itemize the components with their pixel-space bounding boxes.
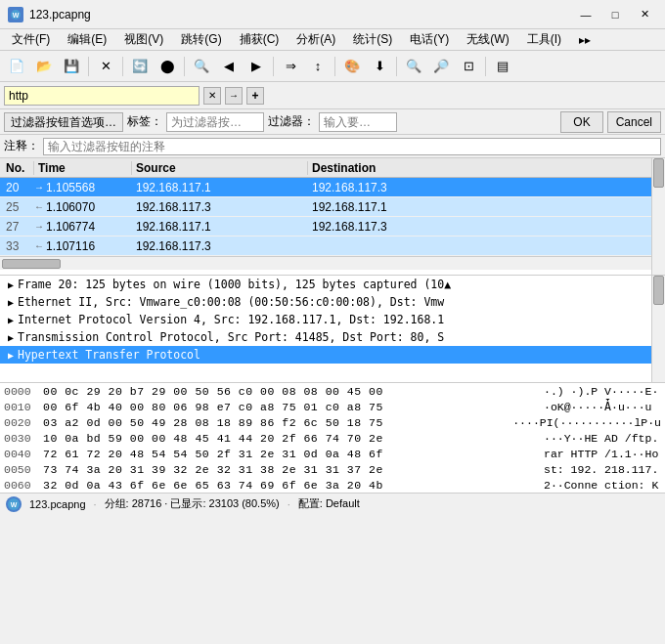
detail-row-ip[interactable]: ▶ Internet Protocol Version 4, Src: 192.… <box>0 311 665 328</box>
packet-list: No. Time Source Destination 20 → 1.10556… <box>0 158 665 276</box>
note-row: 注释： <box>0 135 665 158</box>
packet-row[interactable]: 33 ← 1.107116 192.168.117.3 <box>0 236 665 256</box>
hex-ascii: 2··Conne ction: K <box>544 479 661 492</box>
packet-row[interactable]: 25 ← 1.106070 192.168.117.3 192.168.117.… <box>0 197 665 217</box>
expand-icon: ▶ <box>4 332 18 343</box>
hex-offset: 0020 <box>4 416 43 429</box>
app-icon: W <box>8 7 23 22</box>
minimize-button[interactable]: — <box>573 4 598 25</box>
filter-plus-button[interactable]: + <box>246 87 264 105</box>
toolbar-find[interactable]: 🔍 <box>189 55 214 78</box>
toolbar-zoom-reset[interactable]: ⊡ <box>456 55 481 78</box>
expand-icon: ▶ <box>4 315 18 325</box>
status-divider: · <box>94 498 97 510</box>
filter-clear-button[interactable]: ✕ <box>203 87 221 105</box>
toolbar-forward[interactable]: ▶ <box>244 55 269 78</box>
detail-panel: ▶ Frame 20: 125 bytes on wire (1000 bits… <box>0 276 665 383</box>
hex-row: 0050 73 74 3a 20 31 39 32 2e 32 31 38 2e… <box>0 461 665 477</box>
toolbar-reload[interactable]: 🔄 <box>127 55 153 78</box>
col-header-time: Time <box>34 161 132 175</box>
hex-offset: 0040 <box>4 448 43 460</box>
menu-capture[interactable]: 捕获(C) <box>232 29 288 50</box>
packet-time: 1.105568 <box>44 181 132 194</box>
packet-row[interactable]: 27 → 1.106774 192.168.117.1 192.168.117.… <box>0 217 665 236</box>
toolbar-zoom-in[interactable]: 🔍 <box>401 55 426 78</box>
status-config: 配置: Default <box>298 496 360 511</box>
detail-scrollbar-thumb <box>653 276 664 305</box>
filter-tag-input[interactable] <box>166 112 264 132</box>
toolbar: 📄 📂 💾 ✕ 🔄 ⬤ 🔍 ◀ ▶ ⇒ ↕ 🎨 ⬇ 🔍 🔎 ⊡ ▤ <box>0 51 665 82</box>
menu-telephone[interactable]: 电话(Y) <box>402 29 457 50</box>
packet-list-scrollbar[interactable] <box>651 158 665 275</box>
hex-ascii: rar HTTP /1.1··Ho <box>544 448 661 460</box>
expand-icon: ▶ <box>4 350 18 361</box>
packet-arrow: → <box>34 221 44 232</box>
toolbar-open[interactable]: 📂 <box>31 55 57 78</box>
toolbar-colorize[interactable]: 🎨 <box>339 55 365 78</box>
menu-view[interactable]: 视图(V) <box>116 29 171 50</box>
maximize-button[interactable]: □ <box>602 4 628 25</box>
packet-arrow: ← <box>34 201 44 212</box>
svg-text:W: W <box>13 12 20 19</box>
detail-row-tcp[interactable]: ▶ Transmission Control Protocol, Src Por… <box>0 328 665 346</box>
note-input[interactable] <box>43 138 661 155</box>
detail-scrollbar[interactable] <box>651 276 665 382</box>
toolbar-sep2 <box>122 57 123 76</box>
packet-source: 192.168.117.1 <box>132 181 308 194</box>
toolbar-capture[interactable]: ⬤ <box>155 55 180 78</box>
hex-bytes: 32 0d 0a 43 6f 6e 6e 65 63 74 69 6f 6e 3… <box>43 479 536 492</box>
filter-label: 过滤器： <box>268 113 315 130</box>
menu-edit[interactable]: 编辑(E) <box>60 29 114 50</box>
filter-arrow-right-button[interactable]: → <box>225 87 243 105</box>
scrollbar-thumb <box>653 158 664 188</box>
cancel-button[interactable]: Cancel <box>607 111 661 133</box>
packet-source: 192.168.117.3 <box>132 200 308 214</box>
hscrollbar-thumb <box>2 259 61 269</box>
status-icon: W <box>6 496 22 512</box>
toolbar-save[interactable]: 💾 <box>59 55 84 78</box>
menu-tools[interactable]: 工具(I) <box>519 29 569 50</box>
hex-offset: 0030 <box>4 432 43 445</box>
toolbar-scroll[interactable]: ↕ <box>305 55 331 78</box>
detail-text: Frame 20: 125 bytes on wire (1000 bits),… <box>18 278 451 291</box>
menu-goto[interactable]: 跳转(G) <box>173 29 229 50</box>
hex-ascii: ·oK@·····Ǡ·u···u <box>544 400 661 413</box>
toolbar-goto[interactable]: ⇒ <box>278 55 303 78</box>
ok-button[interactable]: OK <box>560 111 602 133</box>
packet-arrow: → <box>34 182 44 193</box>
menu-file[interactable]: 文件(F) <box>4 29 58 50</box>
filter-pref-button[interactable]: 过滤器按钮首选项… <box>4 112 123 132</box>
toolbar-back[interactable]: ◀ <box>216 55 242 78</box>
note-label: 注释： <box>4 138 39 154</box>
packet-list-hscrollbar[interactable] <box>0 256 665 270</box>
menu-analyze[interactable]: 分析(A) <box>288 29 343 50</box>
hex-bytes: 00 6f 4b 40 00 80 06 98 e7 c0 a8 75 01 c… <box>43 401 536 413</box>
toolbar-sep5 <box>334 57 335 76</box>
hex-offset: 0000 <box>4 385 43 398</box>
close-button[interactable]: ✕ <box>632 4 657 25</box>
packet-time: 1.107116 <box>44 239 132 253</box>
hex-bytes: 73 74 3a 20 31 39 32 2e 32 31 38 2e 31 3… <box>43 463 536 476</box>
filter-input[interactable] <box>4 86 200 106</box>
detail-row-http[interactable]: ▶ Hypertext Transfer Protocol <box>0 346 665 364</box>
menu-more[interactable]: ▸▸ <box>571 31 598 49</box>
menu-statistics[interactable]: 统计(S) <box>345 29 400 50</box>
toolbar-sep6 <box>396 57 397 76</box>
detail-text: Internet Protocol Version 4, Src: 192.16… <box>18 313 444 326</box>
filter-bar: ✕ → + <box>0 82 665 109</box>
toolbar-zoom-out[interactable]: 🔎 <box>428 55 454 78</box>
hex-ascii: st: 192. 218.117. <box>544 463 661 476</box>
svg-text:W: W <box>11 501 18 508</box>
packet-source: 192.168.117.1 <box>132 220 308 234</box>
detail-row-ethernet[interactable]: ▶ Ethernet II, Src: Vmware_c0:00:08 (00:… <box>0 293 665 311</box>
toolbar-autoscroll[interactable]: ⬇ <box>367 55 392 78</box>
toolbar-close[interactable]: ✕ <box>93 55 118 78</box>
filter-filter-input[interactable] <box>319 112 397 132</box>
detail-row-frame[interactable]: ▶ Frame 20: 125 bytes on wire (1000 bits… <box>0 276 665 293</box>
packet-row[interactable]: 20 → 1.105568 192.168.117.1 192.168.117.… <box>0 178 665 197</box>
menu-wireless[interactable]: 无线(W) <box>459 29 516 50</box>
toolbar-new[interactable]: 📄 <box>4 55 29 78</box>
filter-options-row: 过滤器按钮首选项… 标签： 过滤器： OK Cancel <box>0 109 665 135</box>
hex-bytes: 10 0a bd 59 00 00 48 45 41 44 20 2f 66 7… <box>43 432 536 445</box>
toolbar-pane[interactable]: ▤ <box>490 55 515 78</box>
